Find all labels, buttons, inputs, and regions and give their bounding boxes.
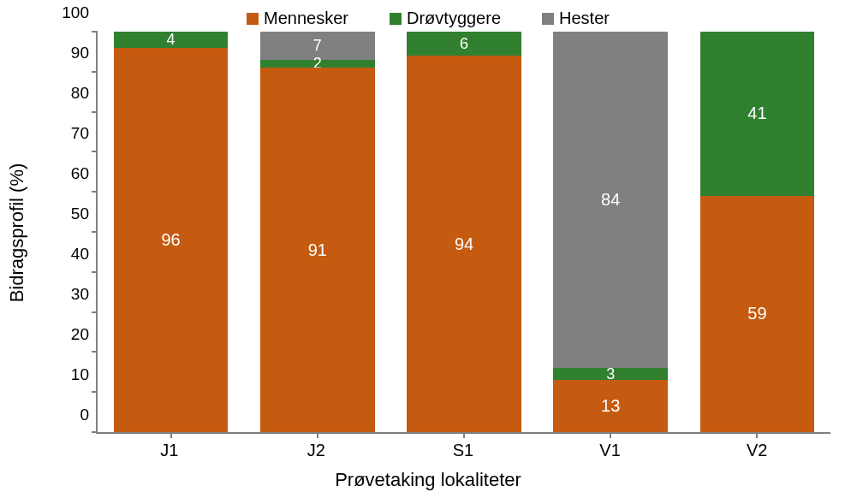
x-tick-mark <box>463 432 465 438</box>
bar-segment: 84 <box>553 32 668 368</box>
chart-container: MenneskerDrøvtyggereHester Bidragsprofil… <box>26 9 830 488</box>
x-tick-mark <box>170 432 172 438</box>
legend-swatch <box>390 13 402 25</box>
y-tick-mark <box>92 191 98 193</box>
y-tick-mark <box>92 231 98 233</box>
stacked-bar: 5941 <box>700 32 815 432</box>
y-tick-mark <box>92 111 98 113</box>
y-tick-label: 10 <box>71 365 89 384</box>
stacked-bar: 964 <box>114 32 229 432</box>
bar-slot: 9127 <box>244 32 390 432</box>
bar-slot: 5941 <box>684 32 830 432</box>
y-tick-label: 90 <box>71 44 89 62</box>
bar-slot: 946 <box>390 32 537 432</box>
legend-item: Drøvtyggere <box>390 9 501 28</box>
y-axis-label: Bidragsprofil (%) <box>6 163 28 303</box>
bar-slot: 964 <box>98 32 244 432</box>
legend-item: Mennesker <box>247 9 348 28</box>
stacked-bar: 13384 <box>553 32 668 432</box>
x-axis-ticks: J1J2S1V1V2 <box>96 441 830 460</box>
plot-row: Bidragsprofil (%) 0102030405060708090100… <box>26 32 830 434</box>
legend: MenneskerDrøvtyggereHester <box>26 9 830 28</box>
bar-segment: 94 <box>407 56 521 432</box>
x-tick-label: S1 <box>390 441 537 460</box>
stacked-bar: 9127 <box>260 32 375 432</box>
bar-segment: 96 <box>114 48 229 432</box>
y-tick-label: 70 <box>71 124 89 143</box>
bar-segment: 13 <box>553 380 668 432</box>
y-axis-label-column: Bidragsprofil (%) <box>26 32 57 434</box>
x-tick-mark <box>756 432 758 438</box>
bars-row: 9649127946133845941 <box>98 32 830 432</box>
x-tick-label: V2 <box>683 441 830 460</box>
y-tick-label: 20 <box>71 325 89 344</box>
y-tick-mark <box>92 311 98 313</box>
y-tick-mark <box>92 431 98 433</box>
y-tick-label: 100 <box>62 3 89 22</box>
y-axis-ticks: 0102030405060708090100 <box>57 32 96 434</box>
x-tick-label: J1 <box>96 441 243 460</box>
bar-slot: 13384 <box>538 32 684 432</box>
legend-label: Drøvtyggere <box>407 9 501 28</box>
legend-label: Hester <box>559 9 610 28</box>
y-tick-mark <box>92 151 98 152</box>
y-tick-label: 30 <box>71 285 89 304</box>
x-axis-label: Prøvetaking lokaliteter <box>26 469 830 491</box>
y-tick-label: 60 <box>71 164 89 183</box>
y-tick-label: 40 <box>71 245 89 264</box>
x-tick-label: V1 <box>537 441 684 460</box>
legend-swatch <box>247 13 259 25</box>
x-tick-label: J2 <box>243 441 390 460</box>
stacked-bar: 946 <box>407 32 521 432</box>
y-tick-mark <box>92 391 98 393</box>
plot-area: 9649127946133845941 <box>96 32 830 434</box>
bar-segment: 2 <box>260 60 375 68</box>
bar-segment: 3 <box>553 368 668 380</box>
y-tick-label: 50 <box>71 205 89 223</box>
legend-item: Hester <box>542 9 610 28</box>
x-tick-mark <box>610 432 611 438</box>
y-tick-mark <box>92 31 98 33</box>
bar-segment: 91 <box>260 68 375 432</box>
y-tick-mark <box>92 71 98 73</box>
bar-segment: 41 <box>700 32 815 196</box>
y-tick-mark <box>92 351 98 353</box>
y-tick-label: 80 <box>71 84 89 103</box>
legend-swatch <box>542 13 554 25</box>
legend-label: Mennesker <box>264 9 348 28</box>
bar-segment: 6 <box>407 32 521 56</box>
y-tick-label: 0 <box>80 406 89 424</box>
bar-segment: 59 <box>700 196 815 432</box>
bar-segment: 4 <box>114 32 229 48</box>
x-tick-mark <box>317 432 318 438</box>
y-tick-mark <box>92 271 98 273</box>
